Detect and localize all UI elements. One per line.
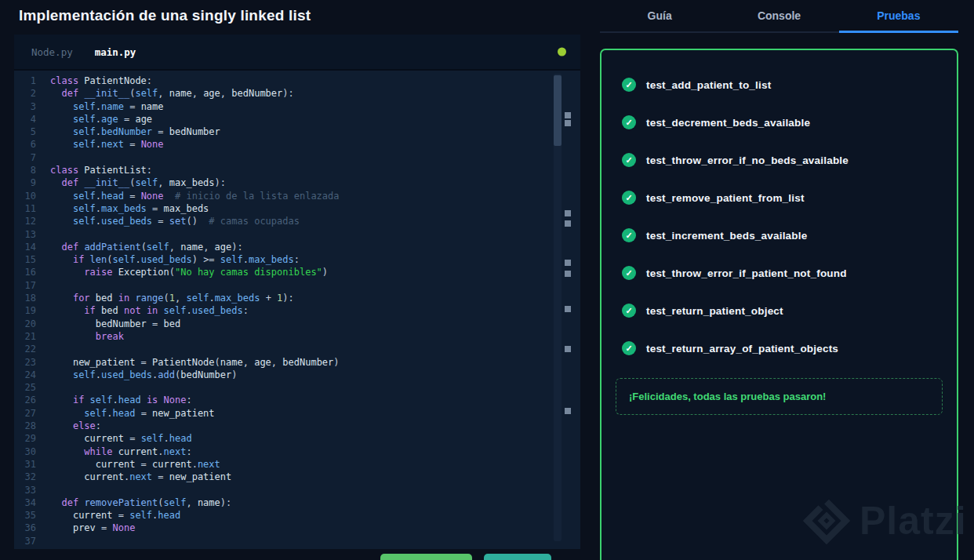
code-token — [112, 446, 118, 457]
code-token: class — [50, 165, 78, 176]
code-token: head — [118, 395, 141, 405]
code-token: self — [73, 191, 96, 202]
code-text: self.used_beds.add(bedNumber) — [50, 369, 238, 381]
line-number: 29 — [14, 432, 50, 445]
code-token: self — [73, 139, 96, 150]
code-token: self — [129, 510, 152, 521]
code-token: current — [152, 459, 192, 470]
code-text: class PatientNode: — [50, 75, 152, 87]
code-text: bedNumber = bed — [50, 318, 180, 330]
code-text: break — [50, 330, 124, 343]
code-text: current = self.head — [50, 509, 180, 522]
code-token: = — [135, 459, 152, 470]
code-token: = — [124, 139, 141, 150]
code-token: . — [96, 139, 101, 150]
line-number: 10 — [14, 190, 50, 202]
code-token: = — [147, 203, 164, 214]
code-text: self.max_beds = max_beds — [50, 202, 209, 215]
code-token: # inicio de la lista enlazada — [175, 191, 340, 202]
code-line: 26 if self.head is None: — [14, 394, 580, 406]
code-token — [50, 114, 73, 125]
tests-list: ✓test_add_patient_to_list✓test_decrement… — [601, 66, 957, 367]
line-number: 17 — [14, 279, 50, 292]
tab-console[interactable]: Console — [719, 0, 838, 31]
code-token: : — [147, 75, 152, 86]
code-token — [158, 395, 163, 405]
editor-tabbar: Node.pymain.py — [14, 35, 580, 71]
code-token — [50, 126, 73, 137]
code-token: current — [73, 510, 113, 521]
line-number: 37 — [14, 535, 50, 547]
code-token: = — [152, 126, 169, 137]
code-text: def removePatient(self, name): — [50, 496, 231, 509]
code-token: . — [209, 293, 214, 304]
line-number: 32 — [14, 471, 50, 483]
code-token: age — [101, 114, 118, 125]
code-token: head — [101, 191, 124, 202]
code-token: + — [260, 293, 277, 304]
code-token: len — [90, 254, 107, 265]
code-line: 21 break — [14, 330, 580, 343]
code-token: age — [135, 114, 152, 125]
code-token: PatientList — [84, 165, 146, 176]
scrollbar-thumb[interactable] — [554, 75, 562, 146]
code-token — [113, 293, 118, 304]
code-token: is — [147, 395, 158, 405]
test-name-label: test_increment_beds_available — [646, 230, 807, 242]
editor-tab-main-py[interactable]: main.py — [95, 46, 136, 58]
code-token: : — [96, 420, 101, 431]
code-line: 13 — [14, 228, 580, 241]
tab-pruebas[interactable]: Pruebas — [839, 0, 958, 31]
code-token — [50, 267, 84, 278]
code-token: = — [118, 114, 136, 125]
code-line: 24 self.used_beds.add(bedNumber) — [14, 369, 580, 381]
code-token: ): — [282, 293, 293, 304]
code-token: class — [50, 75, 78, 86]
code-token — [50, 101, 73, 112]
code-line: 11 self.max_beds = max_beds — [14, 202, 580, 215]
code-line: 6 self.next = None — [14, 138, 580, 151]
code-token: ): — [215, 177, 226, 188]
code-token: . — [96, 203, 101, 214]
tab-guia[interactable]: Guía — [600, 0, 719, 31]
code-line: 29 current = self.head — [14, 432, 580, 445]
code-token: ( — [141, 242, 147, 253]
code-token: self — [73, 369, 96, 380]
code-text: new_patient = PatientNode(name, age, bed… — [50, 356, 340, 369]
test-result-row: ✓test_remove_patient_from_list — [601, 179, 957, 216]
code-token: name — [180, 242, 203, 253]
test-result-row: ✓test_return_array_of_patient_objects — [601, 329, 957, 367]
line-number: 5 — [14, 125, 50, 138]
code-line: 8class PatientList: — [14, 164, 580, 176]
code-token: ): — [220, 497, 231, 508]
line-number: 22 — [14, 343, 50, 355]
code-token — [141, 305, 147, 316]
code-token: self — [164, 305, 187, 316]
code-token: : — [294, 254, 300, 265]
code-area[interactable]: 1class PatientNode:2 def __init__(self, … — [14, 71, 580, 547]
code-token: max_beds — [101, 203, 147, 214]
code-line: 17 — [14, 279, 580, 292]
test-result-row: ✓test_throw_error_if_no_beds_available — [601, 141, 957, 179]
line-number: 12 — [14, 215, 50, 227]
code-token: . — [96, 369, 101, 380]
line-number: 26 — [14, 394, 50, 406]
code-token: current — [118, 446, 158, 457]
line-number: 11 — [14, 202, 50, 215]
scroll-mark — [565, 408, 571, 414]
code-token: if — [84, 305, 95, 316]
line-number: 9 — [14, 176, 50, 189]
code-token: None — [164, 395, 187, 405]
scroll-mark — [565, 260, 571, 266]
editor-scrollbar[interactable] — [554, 74, 562, 541]
run-button[interactable] — [380, 554, 472, 560]
editor-tab-node-py[interactable]: Node.py — [31, 46, 73, 58]
code-token: head — [169, 433, 192, 444]
code-token: "No hay camas disponibles" — [175, 267, 322, 278]
line-number: 19 — [14, 304, 50, 317]
submit-button[interactable] — [484, 554, 551, 560]
code-token: None — [141, 191, 164, 202]
code-token — [50, 369, 73, 380]
code-token: current — [96, 459, 136, 470]
code-token: self — [147, 242, 169, 253]
